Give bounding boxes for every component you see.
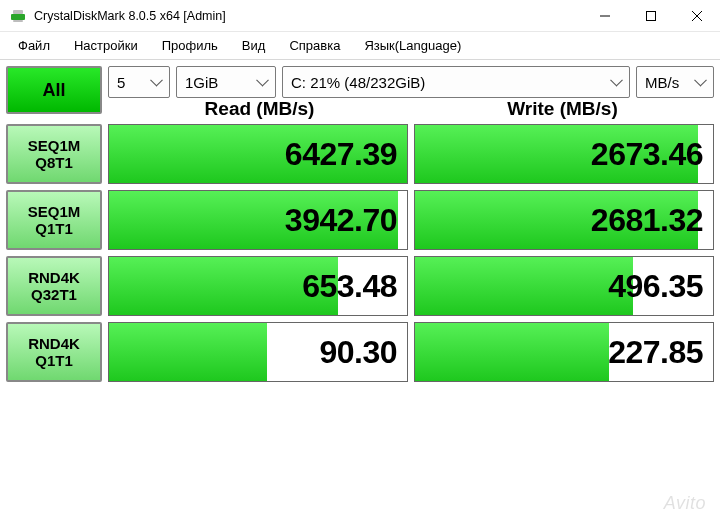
unit-select[interactable]: MB/s [636,66,714,98]
test-label-line1: RND4K [28,269,80,286]
result-row-3: RND4K Q1T1 90.30 227.85 [6,322,714,382]
write-cell-3: 227.85 [414,322,714,382]
menu-profile[interactable]: Профиль [150,34,230,57]
test-size-value: 1GiB [185,74,218,91]
test-button-seq1m-q8t1[interactable]: SEQ1M Q8T1 [6,124,102,184]
test-count-select[interactable]: 5 [108,66,170,98]
menu-settings[interactable]: Настройки [62,34,150,57]
test-button-seq1m-q1t1[interactable]: SEQ1M Q1T1 [6,190,102,250]
write-bar-2 [415,257,633,315]
menu-help[interactable]: Справка [277,34,352,57]
test-label-line2: Q1T1 [35,220,73,237]
drive-value: C: 21% (48/232GiB) [291,74,425,91]
window-title: CrystalDiskMark 8.0.5 x64 [Admin] [34,9,582,23]
app-icon [10,8,26,24]
write-cell-0: 2673.46 [414,124,714,184]
window-controls [582,0,720,32]
test-label-line2: Q8T1 [35,154,73,171]
header-spacer [6,98,108,122]
read-value-1: 3942.70 [285,202,397,239]
write-cell-1: 2681.32 [414,190,714,250]
menu-file[interactable]: Файл [6,34,62,57]
write-value-2: 496.35 [608,268,703,305]
close-button[interactable] [674,0,720,32]
result-row-2: RND4K Q32T1 653.48 496.35 [6,256,714,316]
test-label-line2: Q32T1 [31,286,77,303]
write-value-3: 227.85 [608,334,703,371]
result-row-1: SEQ1M Q1T1 3942.70 2681.32 [6,190,714,250]
read-value-0: 6427.39 [285,136,397,173]
read-cell-1: 3942.70 [108,190,408,250]
unit-value: MB/s [645,74,679,91]
result-row-0: SEQ1M Q8T1 6427.39 2673.46 [6,124,714,184]
content-area: All 5 1GiB C: 21% (48/232GiB) MB/s Read … [0,60,720,394]
read-cell-2: 653.48 [108,256,408,316]
header-write: Write (MB/s) [411,98,714,122]
menubar: Файл Настройки Профиль Вид Справка Язык(… [0,32,720,60]
read-value-3: 90.30 [319,334,397,371]
results-grid: SEQ1M Q8T1 6427.39 2673.46 SEQ1M Q1T1 [6,124,714,382]
read-value-2: 653.48 [302,268,397,305]
write-value-1: 2681.32 [591,202,703,239]
headers-row: Read (MB/s) Write (MB/s) [6,98,714,122]
svg-rect-3 [647,11,656,20]
test-size-select[interactable]: 1GiB [176,66,276,98]
write-bar-3 [415,323,609,381]
read-cell-0: 6427.39 [108,124,408,184]
write-value-0: 2673.46 [591,136,703,173]
menu-view[interactable]: Вид [230,34,278,57]
write-cell-2: 496.35 [414,256,714,316]
drive-select[interactable]: C: 21% (48/232GiB) [282,66,630,98]
read-cell-3: 90.30 [108,322,408,382]
svg-rect-0 [11,14,25,20]
test-button-rnd4k-q32t1[interactable]: RND4K Q32T1 [6,256,102,316]
test-label-line2: Q1T1 [35,352,73,369]
svg-rect-1 [13,10,23,14]
app-window: CrystalDiskMark 8.0.5 x64 [Admin] Файл Н… [0,0,720,394]
test-button-rnd4k-q1t1[interactable]: RND4K Q1T1 [6,322,102,382]
svg-rect-2 [13,20,23,22]
menu-language[interactable]: Язык(Language) [352,34,473,57]
minimize-button[interactable] [582,0,628,32]
test-count-value: 5 [117,74,125,91]
test-label-line1: SEQ1M [28,203,81,220]
maximize-button[interactable] [628,0,674,32]
header-read: Read (MB/s) [108,98,411,122]
read-bar-3 [109,323,267,381]
test-label-line1: SEQ1M [28,137,81,154]
test-label-line1: RND4K [28,335,80,352]
titlebar: CrystalDiskMark 8.0.5 x64 [Admin] [0,0,720,32]
watermark: Avito [664,493,706,514]
